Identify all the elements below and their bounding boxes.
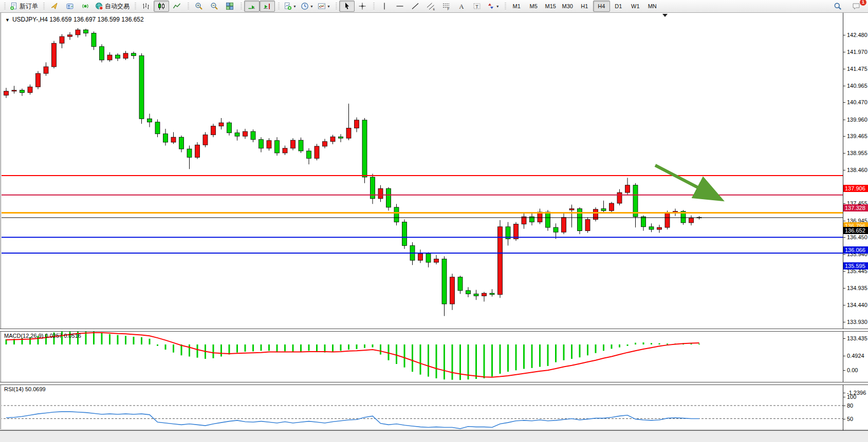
market-watch-button[interactable] bbox=[62, 1, 78, 12]
gold-cursor-icon bbox=[50, 2, 59, 10]
candlestick-button[interactable] bbox=[154, 1, 169, 12]
trend-arrow-annotation[interactable] bbox=[655, 165, 716, 197]
candle-up bbox=[378, 188, 383, 199]
auto-scroll-button[interactable] bbox=[244, 1, 260, 12]
candle-up bbox=[195, 145, 200, 157]
one-click-trading-toggle-icon[interactable]: ▼ bbox=[5, 17, 10, 23]
chart-title: ▼USDJPY-,H4 136.659 136.697 136.599 136.… bbox=[5, 16, 144, 23]
toolbar-grip bbox=[135, 3, 136, 10]
main-price-pane[interactable] bbox=[0, 13, 843, 329]
timeframe-m15[interactable]: M15 bbox=[542, 1, 559, 12]
toolbar-grip bbox=[373, 3, 375, 10]
templates-button[interactable]: ▼ bbox=[316, 1, 333, 12]
candle-up bbox=[44, 67, 48, 73]
time-axis-border bbox=[0, 430, 868, 431]
chat-button[interactable]: 1 bbox=[848, 1, 864, 12]
zoom-in-button[interactable] bbox=[191, 1, 207, 12]
price-tick-label: 138.955 bbox=[847, 150, 867, 156]
price-line-badge: 137.328 bbox=[843, 204, 868, 212]
candle-down bbox=[307, 151, 311, 158]
timeframe-d1[interactable]: D1 bbox=[610, 1, 627, 12]
price-tick-label: 134.440 bbox=[847, 302, 867, 308]
timeframe-m5[interactable]: M5 bbox=[525, 1, 542, 12]
hline-icon bbox=[396, 2, 404, 10]
trendline-button[interactable] bbox=[408, 1, 423, 12]
candlestick-icon bbox=[157, 2, 165, 10]
candle-up bbox=[689, 218, 694, 223]
timeframe-m15-label: M15 bbox=[545, 3, 556, 9]
dropdown-arrow-icon[interactable]: ▼ bbox=[496, 5, 500, 8]
timeframe-h4[interactable]: H4 bbox=[593, 1, 610, 12]
line-chart-button[interactable] bbox=[169, 1, 184, 12]
rsi-tick-mark bbox=[843, 406, 845, 406]
vertical-line-button[interactable] bbox=[377, 1, 392, 12]
timeframe-m30[interactable]: M30 bbox=[559, 1, 576, 12]
price-axis-border bbox=[843, 13, 843, 430]
toolbar-grip bbox=[505, 3, 506, 10]
candle-down bbox=[227, 123, 232, 133]
equidistant-channel-button[interactable]: E bbox=[423, 1, 438, 12]
candle-up bbox=[434, 259, 439, 262]
text-button[interactable]: A bbox=[454, 1, 469, 12]
timeframe-m1[interactable]: M1 bbox=[508, 1, 525, 12]
chart-shift-button[interactable] bbox=[260, 1, 275, 12]
pane-separator[interactable] bbox=[0, 329, 868, 332]
search-button[interactable] bbox=[830, 1, 845, 12]
timeframe-w1-label: W1 bbox=[631, 3, 640, 9]
candle-up bbox=[625, 185, 630, 193]
price-tick-label: 140.470 bbox=[847, 99, 867, 105]
timeframe-d1-label: D1 bbox=[615, 3, 622, 9]
toolbar-group-objects: ▼▼▼ bbox=[276, 0, 334, 12]
candle-up bbox=[418, 254, 423, 260]
macd-tick-label: 0.00 bbox=[847, 367, 858, 373]
rsi-tick-label: 100 bbox=[847, 394, 856, 400]
candle-down bbox=[132, 53, 136, 56]
indicators-icon bbox=[284, 2, 292, 10]
cursor-icon bbox=[343, 2, 351, 10]
candle-up bbox=[657, 227, 662, 229]
fibonacci-button[interactable]: F bbox=[438, 1, 454, 12]
candle-up bbox=[123, 53, 128, 59]
candle-up bbox=[323, 142, 327, 146]
timeframe-m30-label: M30 bbox=[562, 3, 573, 9]
dropdown-arrow-icon[interactable]: ▼ bbox=[327, 5, 330, 8]
dropdown-arrow-icon[interactable]: ▼ bbox=[310, 5, 313, 8]
chart-shift-marker[interactable] bbox=[662, 14, 668, 17]
dropdown-arrow-icon[interactable]: ▼ bbox=[293, 5, 297, 8]
candle-up bbox=[315, 146, 319, 159]
market-watch-icon bbox=[66, 2, 74, 10]
periods-button[interactable]: ▼ bbox=[299, 1, 316, 12]
rsi-pane[interactable] bbox=[0, 384, 843, 430]
crosshair-button[interactable] bbox=[355, 1, 370, 12]
toolbar-group-scroll bbox=[238, 0, 276, 12]
tile-windows-button[interactable] bbox=[222, 1, 237, 12]
new-order-button[interactable]: 新订单 bbox=[8, 1, 40, 12]
timeframe-mn[interactable]: MN bbox=[644, 1, 661, 12]
candle-up bbox=[355, 120, 359, 128]
candle-up bbox=[243, 131, 248, 136]
price-tick-label: 142.480 bbox=[847, 32, 867, 38]
macd-pane[interactable] bbox=[0, 331, 843, 382]
pane-separator[interactable] bbox=[0, 382, 868, 385]
text-label-button[interactable]: T bbox=[469, 1, 485, 12]
price-tick-mark bbox=[843, 35, 845, 35]
horizontal-line-button[interactable] bbox=[392, 1, 408, 12]
price-tick-mark bbox=[843, 120, 845, 120]
timeframe-w1[interactable]: W1 bbox=[627, 1, 644, 12]
toolbar-grip bbox=[241, 3, 242, 10]
chat-icon bbox=[852, 2, 860, 10]
indicators-button[interactable]: ▼ bbox=[282, 1, 299, 12]
cursor-button[interactable] bbox=[339, 1, 355, 12]
candle-up bbox=[617, 193, 622, 203]
auto-trading-button[interactable]: 自动交易 bbox=[93, 1, 132, 12]
signals-button[interactable] bbox=[78, 1, 93, 12]
candle-down bbox=[649, 227, 654, 229]
timeframe-mn-label: MN bbox=[648, 3, 657, 9]
signals-icon bbox=[81, 2, 89, 10]
quick-tool-button[interactable] bbox=[47, 1, 62, 12]
timeframe-h1[interactable]: H1 bbox=[576, 1, 593, 12]
candle-down bbox=[394, 207, 399, 222]
arrows-button[interactable]: ▼ bbox=[485, 1, 502, 12]
zoom-out-button[interactable] bbox=[207, 1, 222, 12]
bar-chart-button[interactable] bbox=[138, 1, 154, 12]
